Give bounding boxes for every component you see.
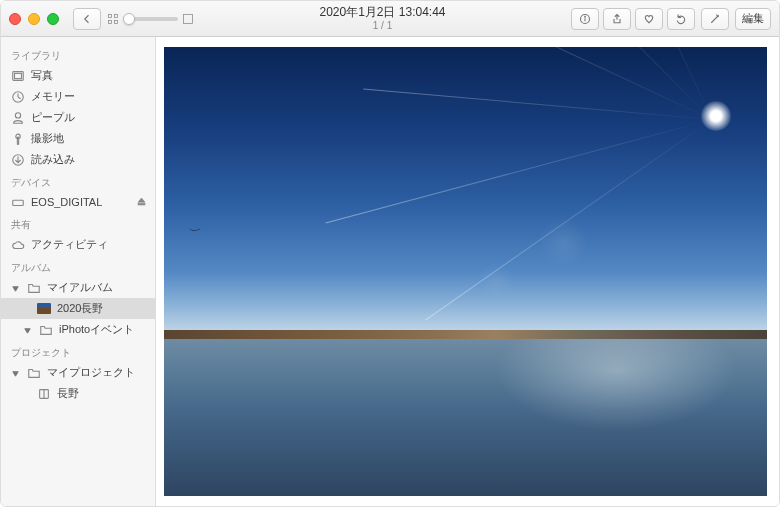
close-window-button[interactable] [9,13,21,25]
favorite-button[interactable] [635,8,663,30]
photo-counter: 1 / 1 [200,20,565,32]
edit-button[interactable]: 編集 [735,8,771,30]
svg-point-11 [15,112,20,117]
svg-rect-15 [13,200,24,205]
sidebar-item-nagano-project[interactable]: 長野 [1,383,155,404]
minimize-window-button[interactable] [28,13,40,25]
sidebar-item-photos[interactable]: 写真 [1,65,155,86]
zoom-slider-group [107,13,194,25]
svg-point-7 [585,16,586,17]
memories-icon [11,90,25,104]
sidebar-section-devices: デバイス [1,170,155,192]
sidebar-item-iphoto-events[interactable]: iPhotoイベント [1,319,155,340]
zoom-slider[interactable] [123,17,178,21]
photo[interactable]: ︶ [164,47,767,496]
sidebar-section-library: ライブラリ [1,43,155,65]
sidebar-section-albums: アルバム [1,255,155,277]
sidebar-item-label: 読み込み [31,152,75,167]
book-icon [37,387,51,401]
sidebar-item-label: マイプロジェクト [47,365,135,380]
toolbar: 2020年1月2日 13:04:44 1 / 1 編集 [1,1,779,37]
back-button[interactable] [73,8,101,30]
svg-rect-1 [115,14,118,17]
zoom-window-button[interactable] [47,13,59,25]
sidebar-item-label: アクティビティ [31,237,108,252]
window-controls [9,13,59,25]
grid-small-icon [107,13,119,25]
folder-icon [39,323,53,337]
eject-icon[interactable] [136,196,147,209]
svg-rect-0 [109,14,112,17]
sidebar-item-label: 写真 [31,68,53,83]
grid-large-icon [182,13,194,25]
sidebar-item-label: 長野 [57,386,79,401]
sidebar-item-label: 撮影地 [31,131,64,146]
disclosure-down-icon[interactable] [23,325,32,334]
sidebar-item-2020-nagano[interactable]: 2020長野 [1,298,155,319]
svg-rect-4 [184,14,193,23]
places-icon [11,132,25,146]
imports-icon [11,153,25,167]
svg-rect-3 [115,20,118,23]
photo-viewer: ︶ [156,37,779,506]
title-area: 2020年1月2日 13:04:44 1 / 1 [200,5,565,31]
sidebar-item-eos-digital[interactable]: EOS_DIGITAL [1,192,155,212]
svg-rect-2 [109,20,112,23]
sidebar-item-people[interactable]: ピープル [1,107,155,128]
sidebar-item-label: 2020長野 [57,301,103,316]
sidebar-item-my-projects[interactable]: マイプロジェクト [1,362,155,383]
drive-icon [11,195,25,209]
disclosure-down-icon[interactable] [11,283,20,292]
photo-date-title: 2020年1月2日 13:04:44 [200,5,565,19]
rotate-button[interactable] [667,8,695,30]
svg-rect-9 [15,73,22,78]
sidebar-item-label: iPhotoイベント [59,322,134,337]
cloud-icon [11,238,25,252]
sidebar-item-memories[interactable]: メモリー [1,86,155,107]
share-button[interactable] [603,8,631,30]
sidebar-item-label: EOS_DIGITAL [31,196,102,208]
people-icon [11,111,25,125]
sidebar-item-places[interactable]: 撮影地 [1,128,155,149]
sidebar-item-label: ピープル [31,110,75,125]
folder-icon [27,366,41,380]
sidebar-item-imports[interactable]: 読み込み [1,149,155,170]
sidebar-item-my-albums[interactable]: マイアルバム [1,277,155,298]
sidebar-item-activity[interactable]: アクティビティ [1,234,155,255]
svg-rect-16 [138,203,145,204]
disclosure-down-icon[interactable] [11,368,20,377]
folder-icon [27,281,41,295]
album-thumbnail-icon [37,303,51,314]
svg-point-12 [16,134,20,138]
sidebar-section-shared: 共有 [1,212,155,234]
sidebar-item-label: マイアルバム [47,280,113,295]
sidebar-item-label: メモリー [31,89,75,104]
sidebar-section-projects: プロジェクト [1,340,155,362]
info-button[interactable] [571,8,599,30]
photos-icon [11,69,25,83]
auto-enhance-button[interactable] [701,8,729,30]
sidebar: ライブラリ 写真 メモリー ピープル 撮影地 読み込み デバイス [1,37,156,506]
